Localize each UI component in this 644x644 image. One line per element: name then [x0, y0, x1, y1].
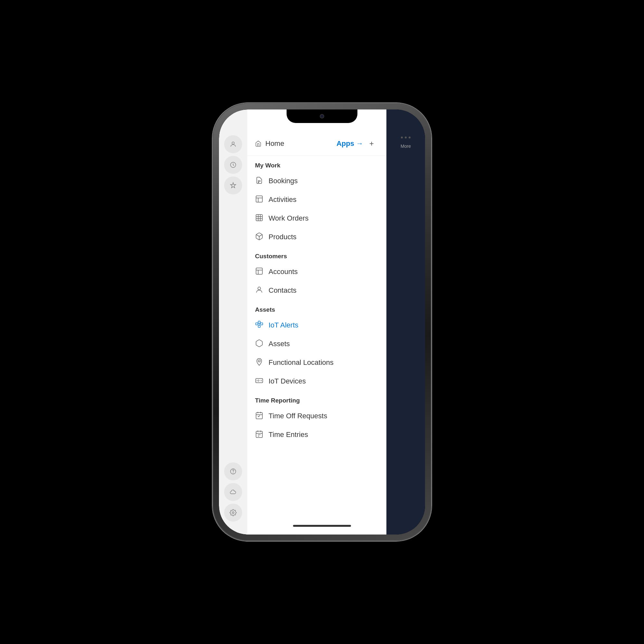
add-button[interactable]: + [366, 138, 377, 149]
time-entries-icon [255, 430, 263, 440]
svg-point-13 [258, 287, 261, 290]
cloud-icon[interactable] [224, 483, 242, 501]
content-area: Home Apps → + My WorkBookingsActivitiesW… [219, 109, 425, 535]
svg-point-7 [258, 182, 259, 183]
svg-rect-16 [260, 323, 263, 325]
phone-screen: Home Apps → + My WorkBookingsActivitiesW… [219, 109, 425, 535]
nav-item-activities[interactable]: Activities [247, 190, 386, 209]
section-label-my-work: My Work [247, 156, 386, 172]
nav-item-label-iot-alerts: IoT Alerts [269, 321, 298, 329]
contacts-icon [255, 286, 263, 295]
svg-rect-14 [256, 323, 258, 325]
svg-point-0 [232, 142, 234, 144]
svg-rect-22 [256, 379, 263, 383]
nav-item-label-time-entries: Time Entries [269, 431, 308, 439]
nav-item-assets[interactable]: Assets [247, 335, 386, 353]
help-icon[interactable] [224, 462, 242, 480]
nav-item-work-orders[interactable]: Work Orders [247, 209, 386, 228]
nav-item-accounts[interactable]: Accounts [247, 262, 386, 281]
nav-item-functional-locations[interactable]: Functional Locations [247, 353, 386, 372]
nav-item-iot-devices[interactable]: IoT Devices [247, 372, 386, 391]
screen-content: Home Apps → + My WorkBookingsActivitiesW… [219, 109, 425, 535]
sidebar [219, 109, 247, 535]
section-label-time-reporting: Time Reporting [247, 391, 386, 407]
right-panel: More [386, 109, 425, 535]
time-off-requests-icon [255, 411, 263, 421]
phone-device: Home Apps → + My WorkBookingsActivitiesW… [213, 103, 431, 541]
home-icon [255, 140, 261, 147]
nav-header: Home Apps → + [247, 132, 386, 156]
section-label-customers: Customers [247, 246, 386, 262]
nav-item-label-accounts: Accounts [269, 268, 298, 276]
svg-rect-12 [256, 268, 262, 274]
nav-item-label-contacts: Contacts [269, 286, 297, 295]
nav-area: Home Apps → + My WorkBookingsActivitiesW… [247, 109, 386, 535]
nav-item-iot-alerts[interactable]: IoT Alerts [247, 316, 386, 335]
svg-rect-31 [256, 431, 262, 438]
home-indicator [293, 525, 351, 527]
sections-container: My WorkBookingsActivitiesWork OrdersProd… [247, 156, 386, 444]
svg-point-5 [258, 181, 259, 181]
nav-item-label-functional-locations: Functional Locations [269, 358, 334, 367]
functional-locations-icon [255, 358, 263, 367]
svg-rect-10 [256, 214, 262, 221]
products-icon [255, 232, 263, 242]
nav-item-label-iot-devices: IoT Devices [269, 377, 306, 385]
svg-rect-27 [256, 412, 262, 419]
home-nav-item[interactable]: Home [255, 139, 336, 148]
accounts-icon [255, 267, 263, 277]
nav-item-time-entries[interactable]: Time Entries [247, 425, 386, 444]
nav-item-label-time-off-requests: Time Off Requests [269, 412, 327, 420]
assets-icon [255, 339, 263, 349]
nav-item-label-products: Products [269, 233, 297, 241]
clock-icon[interactable] [224, 156, 242, 174]
svg-point-21 [258, 360, 260, 362]
svg-rect-17 [258, 325, 260, 327]
iot-alerts-icon [255, 320, 263, 330]
svg-rect-8 [256, 196, 262, 202]
pin-icon[interactable] [224, 176, 242, 194]
home-label: Home [265, 139, 284, 148]
nav-item-label-bookings: Bookings [269, 177, 298, 185]
bookings-icon [255, 176, 263, 186]
right-panel-content: More [386, 109, 425, 535]
settings-icon[interactable] [224, 504, 242, 522]
svg-rect-15 [258, 321, 260, 323]
iot-devices-icon [255, 376, 263, 386]
work-orders-icon [255, 213, 263, 223]
activities-icon [255, 195, 263, 204]
nav-item-label-activities: Activities [269, 195, 297, 204]
svg-point-3 [233, 473, 233, 473]
nav-item-bookings[interactable]: Bookings [247, 172, 386, 190]
profile-icon[interactable] [224, 135, 242, 153]
nav-item-label-work-orders: Work Orders [269, 214, 308, 223]
apps-link[interactable]: Apps → [336, 139, 363, 148]
more-label: More [401, 144, 411, 149]
svg-point-4 [232, 512, 234, 514]
nav-item-label-assets: Assets [269, 340, 290, 348]
nav-item-time-off-requests[interactable]: Time Off Requests [247, 407, 386, 425]
nav-item-products[interactable]: Products [247, 228, 386, 246]
svg-point-6 [260, 181, 260, 181]
section-label-assets: Assets [247, 300, 386, 316]
nav-item-contacts[interactable]: Contacts [247, 281, 386, 300]
